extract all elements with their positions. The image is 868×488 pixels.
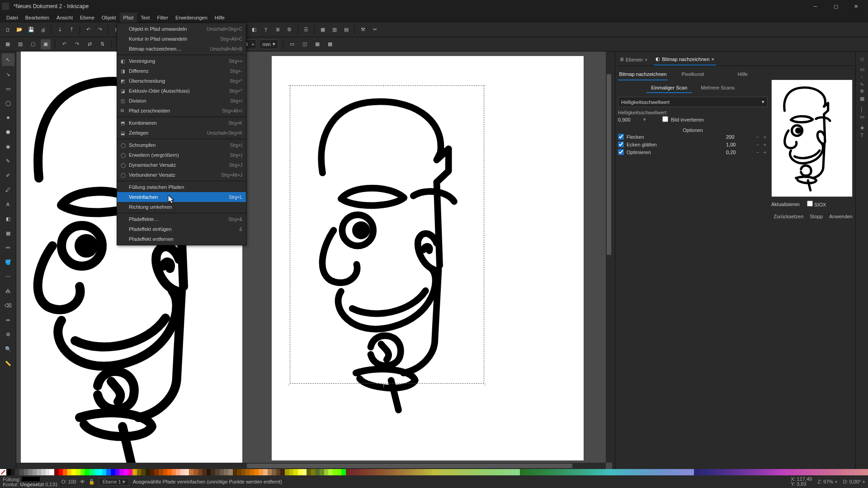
close-tab-icon[interactable]: × <box>645 57 647 62</box>
optimize-value[interactable]: 0,20 <box>726 150 753 155</box>
color-swatch[interactable] <box>268 469 272 475</box>
menu-item[interactable]: Füllung zwischen Pfaden <box>117 182 246 192</box>
node-button[interactable]: ▥ <box>330 25 340 35</box>
color-swatch[interactable] <box>585 469 590 475</box>
ecken-value[interactable]: 1,00 <box>726 142 753 147</box>
color-swatch[interactable] <box>6 469 11 475</box>
color-swatch[interactable] <box>724 469 729 475</box>
color-swatch[interactable] <box>711 469 716 475</box>
color-swatch[interactable] <box>220 469 224 475</box>
pencil-tool[interactable]: ✎ <box>2 155 14 167</box>
new-document-button[interactable]: 🗋 <box>3 25 13 35</box>
color-swatch[interactable] <box>659 469 664 475</box>
unit-selector[interactable]: mm ▾ <box>259 39 278 49</box>
color-swatch[interactable] <box>350 469 354 475</box>
chevron-down-icon[interactable]: ▾ <box>643 117 646 122</box>
color-swatch[interactable] <box>729 469 733 475</box>
subtab-trace[interactable]: Bitmap nachzeichnen <box>618 69 668 80</box>
color-swatch[interactable] <box>502 469 507 475</box>
color-swatch[interactable] <box>385 469 389 475</box>
color-swatch[interactable] <box>328 469 333 475</box>
prefs-button[interactable]: ⚒ <box>358 25 368 35</box>
menu-item[interactable]: Bitmap nachzeichnen…Umschalt+Alt+B <box>117 44 246 54</box>
color-swatch[interactable] <box>454 469 459 475</box>
color-swatch[interactable] <box>655 469 659 475</box>
flecken-value[interactable]: 200 <box>726 134 753 140</box>
color-swatch[interactable] <box>616 469 620 475</box>
dropper-tool[interactable]: ⚯ <box>2 241 14 254</box>
color-swatch[interactable] <box>211 469 215 475</box>
color-swatch[interactable] <box>41 469 46 475</box>
color-swatch[interactable] <box>167 469 172 475</box>
tab-trace-bitmap[interactable]: ◐Bitmap nachzeichnen× <box>654 54 716 66</box>
color-swatch[interactable] <box>737 469 742 475</box>
pfad-menu[interactable]: Objekt in Pfad umwandelnUmschalt+Strg+CK… <box>117 23 246 245</box>
color-swatch[interactable] <box>15 469 19 475</box>
color-swatch[interactable] <box>559 469 563 475</box>
color-swatch[interactable] <box>150 469 155 475</box>
color-swatch[interactable] <box>694 469 698 475</box>
selection-handle[interactable]: ↙ <box>288 381 292 386</box>
color-swatch[interactable] <box>46 469 50 475</box>
color-swatch[interactable] <box>528 469 533 475</box>
snap-nodes-button[interactable]: ◦ <box>858 74 867 80</box>
color-swatch[interactable] <box>785 469 790 475</box>
stop-button[interactable]: Stopp <box>810 214 823 219</box>
menu-item[interactable]: ⬒KombinierenStrg+K <box>117 118 246 128</box>
layers-button[interactable]: ≣ <box>273 25 283 35</box>
menu-item[interactable]: ◯Dynamischer VersatzStrg+J <box>117 160 246 170</box>
menu-filter[interactable]: Filter <box>153 13 171 23</box>
color-swatch[interactable] <box>742 469 746 475</box>
snap-text-button[interactable]: T <box>858 132 867 138</box>
text-tool[interactable]: A <box>2 198 14 211</box>
color-swatch[interactable] <box>245 469 250 475</box>
color-swatch[interactable] <box>76 469 80 475</box>
color-swatch[interactable] <box>119 469 124 475</box>
color-swatch[interactable] <box>764 469 768 475</box>
color-swatch[interactable] <box>324 469 329 475</box>
menubar[interactable]: DateiBearbeitenAnsichtEbeneObjektPfadTex… <box>0 13 868 23</box>
color-swatch[interactable] <box>376 469 381 475</box>
color-swatch[interactable] <box>389 469 394 475</box>
color-swatch[interactable] <box>542 469 546 475</box>
color-swatch[interactable] <box>733 469 737 475</box>
flecken-checkbox[interactable] <box>618 134 624 140</box>
zoom-tool[interactable]: 🔍 <box>2 343 14 355</box>
color-swatch[interactable] <box>420 469 424 475</box>
minus-icon[interactable]: − <box>755 134 760 140</box>
color-swatch[interactable] <box>67 469 72 475</box>
update-preview-button[interactable]: Aktualisieren <box>771 202 800 207</box>
visibility-icon[interactable]: 👁 <box>80 479 85 484</box>
color-swatch[interactable] <box>463 469 468 475</box>
color-swatch[interactable] <box>607 469 611 475</box>
color-swatch[interactable] <box>816 469 820 475</box>
optimize-checkbox[interactable] <box>618 149 624 155</box>
color-swatch[interactable] <box>272 469 276 475</box>
color-swatch[interactable] <box>89 469 94 475</box>
selection-handle[interactable]: ↔ <box>483 232 488 237</box>
trace-mode-select[interactable]: Helligkeitsschwellwert ▾ <box>618 97 768 107</box>
siox-checkbox[interactable] <box>807 201 813 206</box>
3dbox-tool[interactable]: ⬢ <box>2 126 14 138</box>
color-swatch[interactable] <box>759 469 764 475</box>
docprops-button[interactable]: ✂ <box>370 25 380 35</box>
import-button[interactable]: ⤓ <box>55 25 65 35</box>
eraser-tool[interactable]: ⌫ <box>2 299 14 312</box>
menu-item[interactable]: Pfadeffekt einfügen& <box>117 224 246 234</box>
color-swatch[interactable] <box>794 469 798 475</box>
color-swatch[interactable] <box>85 469 89 475</box>
color-swatch[interactable] <box>498 469 503 475</box>
subtab-pixelart[interactable]: Pixelkunst <box>668 69 717 80</box>
color-swatch[interactable] <box>398 469 402 475</box>
color-swatch[interactable] <box>746 469 750 475</box>
color-swatch[interactable] <box>481 469 485 475</box>
color-swatch[interactable] <box>790 469 794 475</box>
snap-grid-button[interactable]: ▦ <box>858 96 867 102</box>
layer-selector[interactable]: Ebene 1 ▾ <box>99 478 129 486</box>
color-swatch[interactable] <box>850 469 855 475</box>
color-palette[interactable] <box>0 469 868 475</box>
color-swatch[interactable] <box>276 469 281 475</box>
color-swatch[interactable] <box>442 469 446 475</box>
lpe-tool[interactable]: ⚙ <box>2 328 14 341</box>
color-swatch[interactable] <box>698 469 703 475</box>
